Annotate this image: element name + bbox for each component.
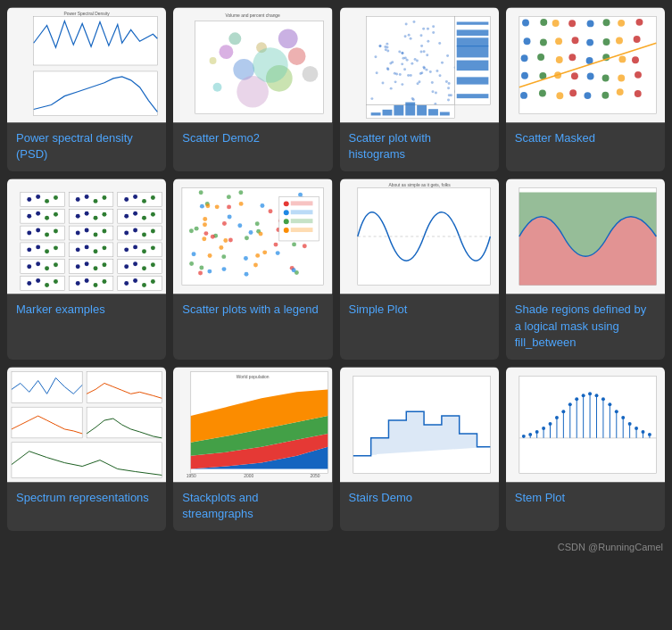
svg-point-278 <box>195 227 199 231</box>
svg-point-296 <box>198 271 203 276</box>
svg-rect-108 <box>456 21 488 24</box>
svg-point-186 <box>124 214 129 219</box>
svg-point-255 <box>208 253 212 258</box>
svg-point-367 <box>594 394 598 397</box>
svg-rect-105 <box>456 46 488 57</box>
card-marker-examples[interactable]: Marker examples <box>7 178 166 360</box>
svg-point-196 <box>76 231 80 236</box>
svg-point-40 <box>446 54 449 57</box>
svg-text:About as simple as it gets, fo: About as simple as it gets, folks <box>388 183 451 187</box>
svg-point-153 <box>556 92 563 99</box>
svg-point-96 <box>419 72 421 75</box>
svg-point-191 <box>27 231 31 236</box>
svg-point-173 <box>142 199 146 203</box>
svg-point-131 <box>586 39 593 46</box>
svg-point-150 <box>635 71 642 79</box>
svg-rect-112 <box>394 105 403 116</box>
card-label-scatter-legend: Scatter plots with a legend <box>173 294 332 327</box>
svg-point-236 <box>27 281 31 286</box>
svg-point-301 <box>228 215 232 220</box>
svg-point-183 <box>94 216 98 220</box>
svg-point-187 <box>133 211 137 216</box>
svg-point-315 <box>284 211 289 216</box>
svg-point-214 <box>102 246 106 251</box>
svg-point-167 <box>85 195 89 199</box>
svg-point-271 <box>262 251 267 255</box>
svg-point-307 <box>206 204 211 209</box>
svg-point-61 <box>436 70 438 72</box>
svg-point-51 <box>419 34 422 37</box>
card-scatter-histograms[interactable]: Scatter plot with histograms <box>340 7 499 171</box>
svg-point-359 <box>568 402 572 406</box>
svg-point-147 <box>586 73 593 80</box>
svg-point-201 <box>124 231 129 236</box>
svg-point-198 <box>94 233 98 237</box>
svg-point-149 <box>618 75 625 82</box>
card-scatter-legend[interactable]: Scatter plots with a legend <box>173 178 332 360</box>
card-image-stem <box>506 367 665 483</box>
svg-point-226 <box>76 265 80 269</box>
svg-point-264 <box>227 205 231 210</box>
svg-point-373 <box>615 410 618 413</box>
card-spectrum[interactable]: Spectrum representations <box>7 367 166 531</box>
svg-point-303 <box>215 205 220 210</box>
svg-point-56 <box>389 87 392 90</box>
svg-point-138 <box>568 54 576 61</box>
svg-point-233 <box>142 267 146 271</box>
svg-point-26 <box>405 59 408 62</box>
svg-point-311 <box>239 202 244 206</box>
svg-point-46 <box>394 80 396 83</box>
card-stem[interactable]: Stem Plot <box>506 367 665 531</box>
svg-point-242 <box>85 278 89 283</box>
svg-point-130 <box>571 37 578 44</box>
svg-point-313 <box>284 202 289 207</box>
svg-point-65 <box>412 21 415 23</box>
card-image-spectrum <box>7 367 166 483</box>
card-label-simple-plot: Simple Plot <box>340 294 499 327</box>
card-scatter-demo2[interactable]: Volume and percent change Scatter Demo2 <box>173 7 332 171</box>
svg-point-50 <box>427 40 429 43</box>
svg-point-166 <box>76 197 80 202</box>
svg-point-239 <box>54 279 58 284</box>
svg-point-319 <box>284 228 289 233</box>
svg-point-310 <box>255 222 260 227</box>
svg-rect-2 <box>34 71 158 116</box>
svg-point-371 <box>608 402 611 406</box>
svg-rect-104 <box>456 61 488 71</box>
svg-rect-115 <box>428 109 438 115</box>
card-image-stackplots: World population 1950 2000 2050 <box>173 367 332 483</box>
card-shade-regions[interactable]: Shade regions defined by a logical mask … <box>506 178 665 360</box>
svg-point-273 <box>244 256 248 261</box>
svg-point-275 <box>259 232 263 236</box>
svg-point-87 <box>444 80 447 83</box>
svg-point-152 <box>539 90 546 97</box>
svg-text:2050: 2050 <box>311 474 320 478</box>
svg-point-189 <box>151 212 155 217</box>
svg-point-298 <box>199 191 203 195</box>
card-stairs[interactable]: Stairs Demo <box>340 367 499 531</box>
svg-point-137 <box>556 56 563 63</box>
card-image-shade-regions <box>506 178 665 294</box>
svg-point-179 <box>54 212 58 217</box>
card-simple-plot[interactable]: About as simple as it gets, folks Simple… <box>340 178 499 360</box>
svg-point-288 <box>211 235 215 239</box>
svg-text:1950: 1950 <box>187 474 196 478</box>
svg-point-223 <box>45 267 49 271</box>
svg-point-375 <box>621 416 625 419</box>
svg-point-141 <box>618 55 626 62</box>
svg-point-39 <box>426 54 428 56</box>
card-power-spectral[interactable]: Power Spectral Density Power spectral de… <box>7 7 166 171</box>
svg-point-171 <box>124 197 129 202</box>
card-stackplots[interactable]: World population 1950 2000 2050 Stackplo… <box>173 367 332 531</box>
svg-rect-113 <box>405 103 415 116</box>
svg-point-363 <box>581 394 585 397</box>
svg-point-69 <box>430 81 433 84</box>
svg-point-151 <box>520 92 527 99</box>
card-scatter-masked[interactable]: Scatter Masked <box>506 7 665 171</box>
svg-rect-342 <box>519 376 656 473</box>
svg-point-286 <box>189 261 194 266</box>
svg-point-244 <box>102 279 106 284</box>
card-label-shade-regions: Shade regions defined by a logical mask … <box>506 294 665 360</box>
svg-point-231 <box>124 265 129 269</box>
svg-point-213 <box>94 250 98 254</box>
